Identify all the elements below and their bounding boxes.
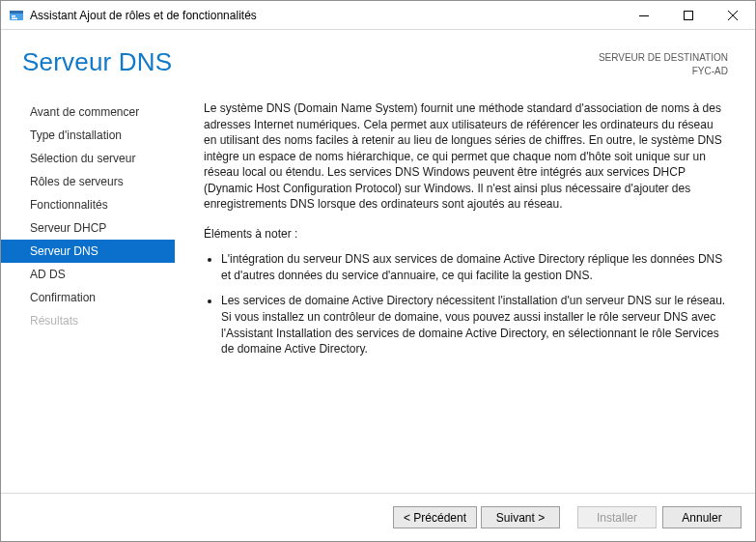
note-item: Les services de domaine Active Directory… [221, 293, 728, 357]
wizard-header: Serveur DNS SERVEUR DE DESTINATION FYC-A… [1, 30, 755, 87]
nav-server-roles[interactable]: Rôles de serveurs [1, 170, 175, 193]
svg-rect-1 [10, 11, 23, 14]
note-item: L'intégration du serveur DNS aux service… [221, 251, 728, 283]
wizard-body: Avant de commencer Type d'installation S… [1, 87, 755, 493]
nav-button-group: < Précédent Suivant > [393, 506, 560, 528]
cancel-button[interactable]: Annuler [662, 506, 742, 528]
nav-confirmation[interactable]: Confirmation [1, 286, 175, 309]
svg-rect-3 [12, 17, 17, 19]
nav-installation-type[interactable]: Type d'installation [1, 124, 175, 147]
intro-paragraph: Le système DNS (Domain Name System) four… [204, 100, 728, 213]
app-icon [9, 8, 24, 23]
install-button: Installer [577, 506, 657, 528]
minimize-button[interactable] [622, 1, 666, 30]
destination-label: SERVEUR DE DESTINATION [599, 51, 728, 65]
page-title: Serveur DNS [22, 47, 172, 77]
notes-heading: Éléments à noter : [204, 226, 728, 242]
notes-list: L'intégration du serveur DNS aux service… [204, 251, 728, 357]
next-button[interactable]: Suivant > [481, 506, 560, 528]
nav-results: Résultats [1, 309, 175, 332]
nav-before-you-begin[interactable]: Avant de commencer [1, 100, 175, 124]
nav-features[interactable]: Fonctionnalités [1, 193, 175, 216]
destination-server-box: SERVEUR DE DESTINATION FYC-AD [599, 47, 728, 77]
maximize-button[interactable] [666, 1, 711, 30]
wizard-footer: < Précédent Suivant > Installer Annuler [1, 493, 755, 541]
nav-server-selection[interactable]: Sélection du serveur [1, 147, 175, 170]
svg-rect-2 [12, 15, 15, 17]
nav-dns-server[interactable]: Serveur DNS [1, 240, 175, 263]
destination-value: FYC-AD [599, 65, 728, 78]
nav-dhcp-server[interactable]: Serveur DHCP [1, 216, 175, 240]
svg-rect-4 [639, 15, 649, 16]
previous-button[interactable]: < Précédent [393, 506, 477, 528]
svg-rect-5 [685, 11, 693, 19]
window-title: Assistant Ajout de rôles et de fonctionn… [30, 9, 257, 22]
wizard-content: Le système DNS (Domain Name System) four… [175, 91, 740, 493]
titlebar: Assistant Ajout de rôles et de fonctionn… [1, 1, 755, 30]
close-button[interactable] [711, 1, 755, 30]
nav-ad-ds[interactable]: AD DS [1, 263, 175, 286]
wizard-nav: Avant de commencer Type d'installation S… [1, 91, 175, 493]
